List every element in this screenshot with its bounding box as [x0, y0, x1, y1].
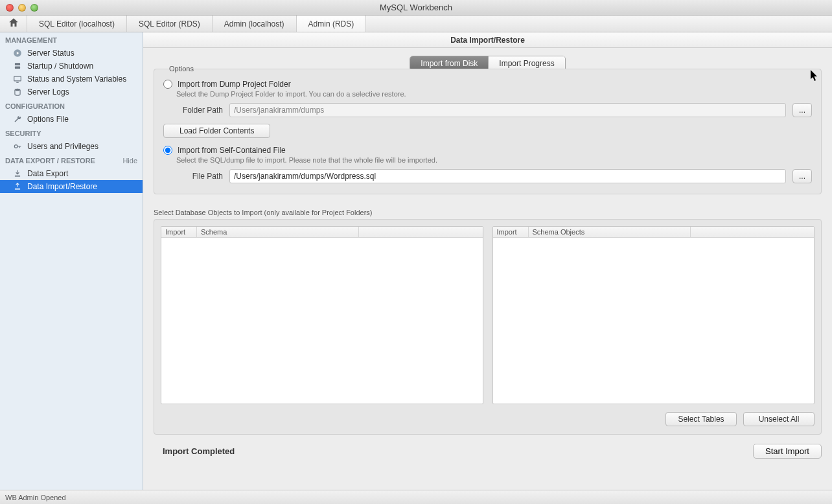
tab-label: Admin (RDS): [308, 19, 354, 29]
sidebar-item-label: Options File: [27, 115, 69, 124]
col-spacer: [359, 227, 483, 237]
schema-table[interactable]: Import Schema: [161, 226, 483, 404]
folder-path-label: Folder Path: [176, 106, 223, 115]
unselect-all-button[interactable]: Unselect All: [743, 412, 815, 426]
svg-rect-3: [15, 67, 20, 69]
svg-point-6: [14, 145, 17, 148]
sidebar-item-options-file[interactable]: Options File: [0, 113, 143, 126]
tab-label: SQL Editor (RDS): [139, 19, 200, 29]
section-title: DATA EXPORT / RESTORE: [5, 157, 95, 165]
section-title: SECURITY: [5, 130, 41, 137]
zoom-window-button[interactable]: [30, 4, 38, 12]
sidebar-item-label: Status and System Variables: [27, 74, 126, 84]
key-icon: [13, 142, 22, 151]
svg-point-5: [15, 89, 20, 91]
play-icon: [13, 49, 22, 58]
tab-label: SQL Editor (localhost): [39, 19, 115, 29]
home-button[interactable]: [0, 16, 27, 32]
sidebar-item-label: Server Logs: [27, 87, 69, 97]
tab-label: Admin (localhost): [224, 19, 284, 29]
sidebar-section-management: MANAGEMENT: [0, 32, 143, 47]
col-schema-objects[interactable]: Schema Objects: [529, 227, 691, 237]
section-title: MANAGEMENT: [5, 36, 57, 44]
sidebar-item-label: Startup / Shutdown: [27, 62, 93, 71]
sidebar-item-server-status[interactable]: Server Status: [0, 47, 143, 60]
radio-import-self-contained[interactable]: [163, 146, 172, 155]
monitor-icon: [13, 74, 22, 84]
export-icon: [13, 169, 22, 178]
sidebar: MANAGEMENT Server Status Startup / Shutd…: [0, 32, 143, 490]
sidebar-item-server-logs[interactable]: Server Logs: [0, 86, 143, 98]
section-title: CONFIGURATION: [5, 102, 65, 110]
titlebar: MySQL Workbench: [0, 0, 832, 16]
schema-objects-table-body: [493, 238, 815, 404]
sidebar-item-label: Data Export: [27, 169, 68, 178]
tab-admin-localhost[interactable]: Admin (localhost): [213, 16, 297, 32]
col-spacer: [691, 227, 815, 237]
load-folder-contents-button[interactable]: Load Folder Contents: [163, 124, 270, 138]
col-import[interactable]: Import: [493, 227, 529, 237]
start-import-button[interactable]: Start Import: [753, 444, 822, 459]
select-tables-button[interactable]: Select Tables: [665, 412, 737, 426]
minimize-window-button[interactable]: [18, 4, 26, 12]
sidebar-item-data-import-restore[interactable]: Data Import/Restore: [0, 180, 143, 193]
svg-rect-4: [14, 76, 21, 81]
status-bar: WB Admin Opened: [0, 490, 832, 504]
window-title: MySQL Workbench: [0, 3, 832, 12]
connection-tabs: SQL Editor (localhost) SQL Editor (RDS) …: [0, 16, 832, 32]
sidebar-item-users-privileges[interactable]: Users and Privileges: [0, 140, 143, 153]
main-panel: Data Import/Restore Import from Disk Imp…: [143, 32, 832, 490]
traffic-lights: [6, 4, 38, 12]
radio-label: Import from Dump Project Folder: [178, 80, 291, 89]
wrench-icon: [13, 115, 22, 124]
radio-label: Import from Self-Contained File: [178, 146, 286, 155]
dump-folder-hint: Select the Dump Project Folder to import…: [176, 90, 812, 98]
col-import[interactable]: Import: [161, 227, 197, 237]
close-window-button[interactable]: [6, 4, 14, 12]
sidebar-item-label: Users and Privileges: [27, 142, 98, 151]
radio-import-dump-folder[interactable]: [163, 80, 172, 89]
tab-admin-rds[interactable]: Admin (RDS): [297, 16, 367, 32]
svg-rect-2: [15, 63, 20, 65]
folder-path-input[interactable]: [229, 103, 786, 117]
sidebar-item-status-variables[interactable]: Status and System Variables: [0, 73, 143, 86]
schema-objects-table-header: Import Schema Objects: [493, 227, 815, 238]
server-icon: [13, 62, 22, 71]
sidebar-item-data-export[interactable]: Data Export: [0, 167, 143, 180]
options-group-label: Options: [167, 65, 196, 73]
page-title: Data Import/Restore: [143, 32, 832, 48]
hide-section-button[interactable]: Hide: [122, 157, 137, 165]
objects-group-label: Select Database Objects to Import (only …: [154, 209, 822, 216]
options-group: Options Import from Dump Project Folder …: [154, 69, 822, 194]
schema-objects-table[interactable]: Import Schema Objects: [492, 226, 815, 404]
self-contained-hint: Select the SQL/dump file to import. Plea…: [176, 156, 812, 164]
sidebar-item-label: Server Status: [27, 49, 75, 58]
home-icon: [8, 17, 19, 30]
sidebar-section-data: DATA EXPORT / RESTORE Hide: [0, 153, 143, 167]
tab-sql-editor-localhost[interactable]: SQL Editor (localhost): [27, 16, 127, 32]
file-path-label: File Path: [176, 172, 223, 181]
col-schema[interactable]: Schema: [197, 227, 359, 237]
sidebar-item-startup-shutdown[interactable]: Startup / Shutdown: [0, 60, 143, 73]
schema-table-body: [161, 238, 483, 404]
sidebar-item-label: Data Import/Restore: [27, 182, 97, 191]
sidebar-section-security: SECURITY: [0, 126, 143, 140]
schema-table-header: Import Schema: [161, 227, 483, 238]
file-browse-button[interactable]: ...: [792, 169, 812, 183]
log-icon: [13, 87, 22, 97]
file-path-input[interactable]: [229, 169, 786, 183]
folder-browse-button[interactable]: ...: [792, 103, 812, 117]
status-bar-text: WB Admin Opened: [5, 494, 66, 501]
import-status: Import Completed: [163, 446, 235, 456]
tab-sql-editor-rds[interactable]: SQL Editor (RDS): [127, 16, 213, 32]
sidebar-section-configuration: CONFIGURATION: [0, 98, 143, 113]
import-icon: [13, 182, 22, 191]
